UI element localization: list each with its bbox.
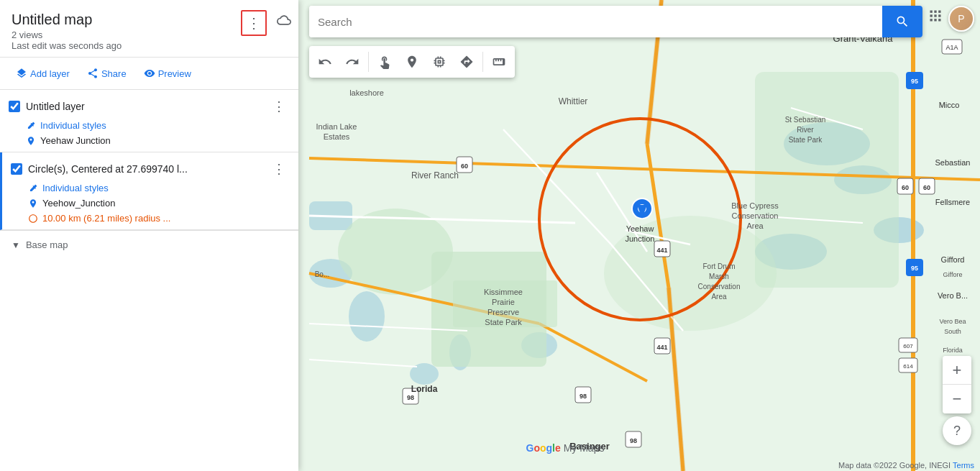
svg-text:98: 98 <box>407 394 414 401</box>
layer-title: Circle(s), Centered at 27.699740 l... <box>28 163 262 175</box>
svg-text:60: 60 <box>902 184 909 191</box>
base-map[interactable]: ▼ Base map <box>0 230 298 259</box>
svg-text:Blue Cypress: Blue Cypress <box>731 201 779 210</box>
svg-text:Gifford: Gifford <box>941 255 965 264</box>
svg-text:Conservation: Conservation <box>732 211 779 220</box>
search-container <box>309 6 922 37</box>
svg-text:Conservation: Conservation <box>698 283 741 291</box>
sidebar: Untitled map 2 views Last edit was secon… <box>0 0 298 471</box>
svg-point-7 <box>349 291 385 342</box>
zoom-out-button[interactable]: − <box>943 385 971 413</box>
layer-checkbox[interactable] <box>9 101 20 112</box>
save-to-drive-button[interactable] <box>277 13 291 31</box>
terms-link[interactable]: Terms <box>953 461 974 470</box>
svg-text:Marsh: Marsh <box>709 273 729 280</box>
svg-text:Preserve: Preserve <box>487 308 519 316</box>
svg-text:lakeshore: lakeshore <box>349 88 384 97</box>
zoom-controls: + − <box>943 356 971 413</box>
svg-text:South: South <box>944 328 961 335</box>
drawing-tools <box>309 46 515 78</box>
svg-text:Bo...: Bo... <box>315 270 330 278</box>
layer-sub: Individual styles Yeehow_Junction 10.00 … <box>2 181 298 229</box>
svg-text:441: 441 <box>656 344 667 351</box>
layer-checkbox[interactable] <box>11 163 22 175</box>
action-bar: Add layer Share Preview <box>0 58 298 90</box>
svg-text:State Park: State Park <box>485 318 522 326</box>
svg-text:Area: Area <box>746 221 764 230</box>
svg-text:Sebastian: Sebastian <box>935 158 971 167</box>
individual-styles-link[interactable]: Individual styles <box>28 183 290 193</box>
search-input[interactable] <box>309 6 882 37</box>
search-button[interactable] <box>882 6 922 37</box>
watermark: Google My Maps <box>526 442 605 454</box>
top-toolbar <box>309 6 922 37</box>
svg-rect-116 <box>930 19 933 21</box>
svg-text:Vero Bea: Vero Bea <box>939 318 966 325</box>
zoom-in-button[interactable]: + <box>943 356 971 385</box>
svg-text:95: 95 <box>911 78 918 85</box>
svg-text:Indian Lake: Indian Lake <box>316 122 357 131</box>
layer-item: Untitled layer ⋮ Individual styles Yeeha… <box>0 90 298 152</box>
svg-text:60: 60 <box>461 163 468 170</box>
svg-text:Lorida: Lorida <box>411 384 438 394</box>
help-button[interactable]: ? <box>943 416 971 445</box>
svg-text:Estates: Estates <box>324 132 350 141</box>
svg-text:60: 60 <box>923 184 930 191</box>
place-item: Yeehaw Junction <box>26 135 290 146</box>
svg-rect-113 <box>930 14 933 17</box>
svg-rect-117 <box>934 19 936 21</box>
layers-container: Untitled layer ⋮ Individual styles Yeeha… <box>0 90 298 471</box>
apps-icon[interactable] <box>928 9 943 27</box>
svg-text:St Sebastian: St Sebastian <box>785 116 826 124</box>
hand-tool-button[interactable] <box>372 49 398 75</box>
svg-rect-118 <box>938 19 940 21</box>
route-button[interactable] <box>454 49 480 75</box>
svg-text:441: 441 <box>656 247 667 254</box>
layer-more-button[interactable]: ⋮ <box>268 97 290 116</box>
avatar[interactable]: P <box>948 6 974 32</box>
preview-button[interactable]: Preview <box>137 63 198 83</box>
svg-text:614: 614 <box>903 363 913 370</box>
layer-more-button[interactable]: ⋮ <box>268 160 290 178</box>
svg-text:A1A: A1A <box>945 44 958 51</box>
individual-styles-link[interactable]: Individual styles <box>26 120 290 131</box>
redo-button[interactable] <box>339 49 365 75</box>
layer-header: Untitled layer ⋮ <box>0 90 298 119</box>
layer-sub: Individual styles Yeehaw Junction <box>0 119 298 152</box>
svg-text:Vero B...: Vero B... <box>938 291 968 300</box>
share-button[interactable]: Share <box>80 63 134 83</box>
polyline-button[interactable] <box>426 49 452 75</box>
svg-text:Fort Drum: Fort Drum <box>703 262 736 270</box>
svg-text:Junction: Junction <box>626 234 655 243</box>
layer-header: Circle(s), Centered at 27.699740 l... ⋮ <box>2 152 298 181</box>
svg-rect-13 <box>755 72 899 288</box>
measure-button[interactable] <box>486 49 512 75</box>
svg-text:607: 607 <box>903 343 913 349</box>
marker-button[interactable] <box>399 49 425 75</box>
layer-item: Circle(s), Centered at 27.699740 l... ⋮ … <box>0 152 298 230</box>
svg-text:Whittier: Whittier <box>559 96 588 106</box>
svg-rect-111 <box>934 11 936 13</box>
svg-text:Kissimmee: Kissimmee <box>484 288 523 296</box>
header-more-button[interactable]: ⋮ <box>241 10 267 36</box>
svg-text:Micco: Micco <box>939 101 960 109</box>
svg-text:Fellsmere: Fellsmere <box>935 198 970 206</box>
svg-text:State Park: State Park <box>789 136 823 144</box>
svg-text:Florida: Florida <box>943 347 963 354</box>
svg-text:River: River <box>797 126 814 134</box>
svg-text:Prairie: Prairie <box>492 298 515 306</box>
svg-text:95: 95 <box>911 265 918 272</box>
svg-text:Yeehaw: Yeehaw <box>626 224 654 233</box>
svg-rect-110 <box>930 11 933 13</box>
svg-text:98: 98 <box>630 437 637 444</box>
undo-button[interactable] <box>312 49 338 75</box>
radius-item: 10.00 km (6.21 miles) radius ... <box>28 213 290 224</box>
layer-title: Untitled layer <box>26 101 262 112</box>
svg-rect-115 <box>938 14 940 17</box>
add-layer-button[interactable]: Add layer <box>9 63 77 83</box>
svg-text:98: 98 <box>580 393 587 400</box>
svg-point-14 <box>604 216 777 331</box>
svg-rect-114 <box>934 14 936 17</box>
svg-text:Area: Area <box>711 293 727 301</box>
svg-text:River Ranch: River Ranch <box>411 170 459 180</box>
